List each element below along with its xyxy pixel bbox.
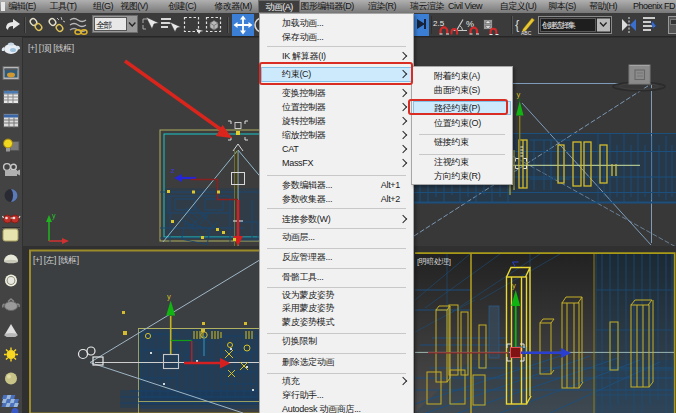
svg-text:z: z [171, 167, 175, 174]
svg-text:y: y [517, 90, 521, 99]
svg-text:y: y [167, 292, 171, 301]
svg-text:y: y [52, 212, 56, 220]
svg-text:y: y [512, 281, 516, 290]
